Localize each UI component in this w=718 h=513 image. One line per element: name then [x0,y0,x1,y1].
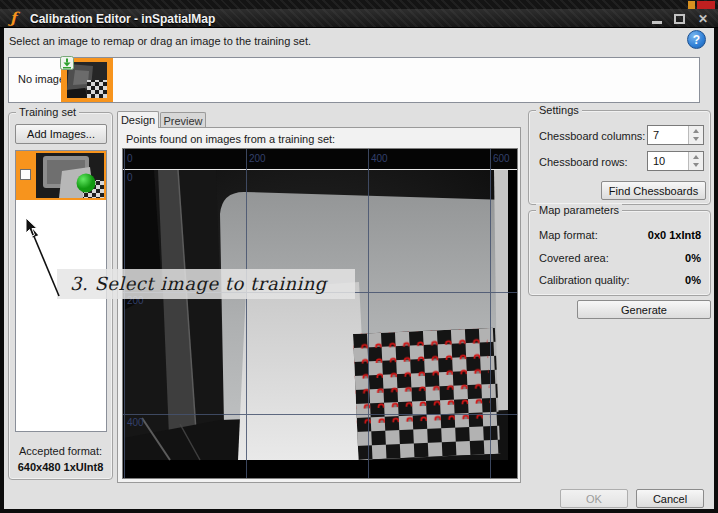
design-tab-page: Points found on images from a training s… [117,127,521,483]
maximize-button[interactable] [671,12,689,26]
no-image-label: No image [18,73,65,85]
chessboard-columns-value: 7 [653,129,659,141]
training-image-checkbox[interactable] [20,169,31,180]
title-bar: ƒ Calibration Editor - inSpatialMap ✕ [0,9,718,28]
chessboard [353,328,500,460]
maximize-icon [674,14,685,24]
app-logo-icon: ƒ [10,9,16,27]
chessboard-rows-label: Chessboard rows: [539,156,628,168]
annotation-text: 3. Select image to training [57,269,355,299]
accepted-format-value: 640x480 1xUInt8 [9,461,112,473]
find-chessboards-button[interactable]: Find Chessboards [601,181,706,200]
minimize-button[interactable] [648,12,666,26]
cancel-button[interactable]: Cancel [636,489,704,508]
desktop-background-strip [0,0,718,9]
x-tick-400: 400 [371,153,388,164]
training-image-item[interactable] [16,151,106,200]
top-ruler [123,149,517,169]
download-icon [60,56,74,70]
covered-area-label: Covered area: [539,252,609,264]
calibration-quality-value: 0% [685,274,701,286]
calibration-image-canvas[interactable]: 0 200 400 600 0 200 400 [122,148,518,479]
training-set-title: Training set [16,106,79,118]
chessboard-columns-label: Chessboard columns: [539,130,645,142]
map-format-label: Map format: [539,229,598,241]
map-parameters-group: Map parameters Map format: 0x0 1xInt8 Co… [528,210,711,296]
remap-image-panel[interactable]: No image [8,57,700,103]
chessboard-columns-input[interactable]: 7 [647,125,704,145]
window-title: Calibration Editor - inSpatialMap [30,12,215,26]
background-red-box [697,1,715,9]
training-thumbnail-image [36,153,104,198]
settings-title: Settings [536,104,582,116]
accepted-format-label: Accepted format: [9,445,112,457]
chessboard-rows-spinner[interactable] [688,152,703,170]
instruction-text: Select an image to remap or drag an imag… [9,35,311,47]
y-tick-0: 0 [127,172,133,183]
tab-preview[interactable]: Preview [160,112,206,128]
camera-image [124,170,508,460]
remap-thumbnail[interactable] [61,58,113,102]
help-icon[interactable]: ? [687,30,706,49]
calibration-image: 0 200 400 600 0 200 400 [123,149,517,478]
map-parameters-title: Map parameters [536,204,622,216]
map-format-value: 0x0 1xInt8 [648,229,701,241]
chessboard-columns-spinner[interactable] [688,126,703,144]
settings-group: Settings Chessboard columns: 7 Chessboar… [528,110,711,205]
background-orange-sliver [688,1,695,9]
calibration-editor-window: ƒ Calibration Editor - inSpatialMap ✕ Se… [0,0,718,513]
generate-button[interactable]: Generate [577,300,711,319]
chessboard-rows-input[interactable]: 10 [647,151,704,171]
close-button[interactable]: ✕ [694,12,712,26]
spinner-down-icon [693,163,699,167]
canvas-caption: Points found on images from a training s… [126,133,335,145]
tab-design[interactable]: Design [117,111,159,128]
spinner-up-icon [693,129,699,133]
covered-area-value: 0% [685,252,701,264]
spinner-up-icon [693,155,699,159]
chessboard-rows-value: 10 [653,155,665,167]
x-tick-200: 200 [249,153,266,164]
add-images-button[interactable]: Add Images... [15,124,107,144]
calibration-quality-label: Calibration quality: [539,274,630,286]
spinner-down-icon [693,137,699,141]
ok-button[interactable]: OK [560,489,628,508]
dialog-content: Select an image to remap or drag an imag… [4,28,714,509]
x-tick-0: 0 [127,153,133,164]
y-tick-400: 400 [127,417,144,428]
minimize-icon [652,21,662,24]
x-tick-600: 600 [493,153,510,164]
